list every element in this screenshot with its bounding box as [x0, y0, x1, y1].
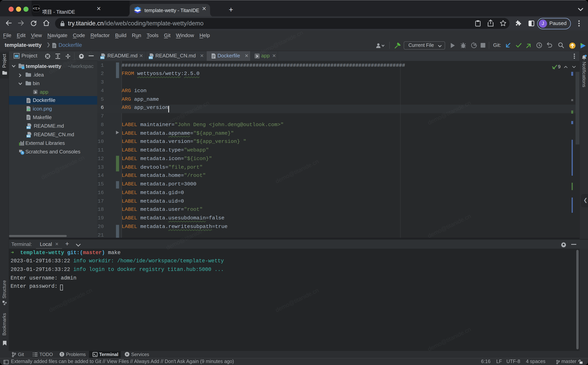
svg-text:MD: MD	[149, 56, 153, 59]
svg-text:MD: MD	[27, 134, 30, 137]
svg-text:MD: MD	[27, 126, 30, 129]
svg-text:</>: </>	[136, 7, 139, 10]
svg-text:MD: MD	[100, 56, 104, 59]
